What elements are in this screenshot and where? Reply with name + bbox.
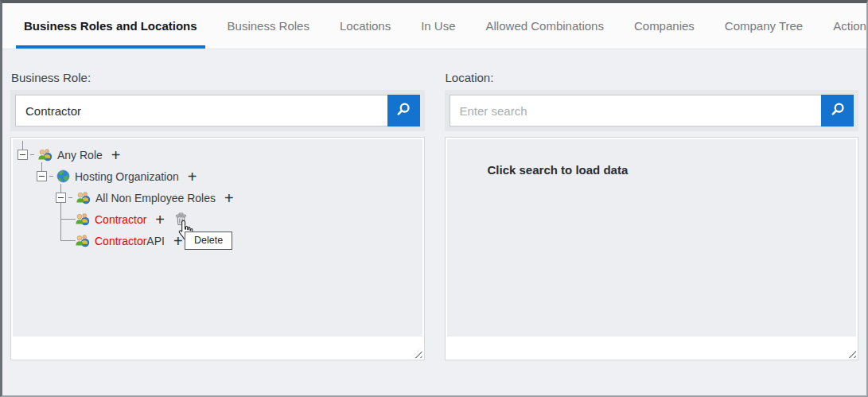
add-node-button[interactable]: + <box>155 212 165 227</box>
business-role-tree: Any Role+Hosting Organization+All Non Em… <box>13 139 422 337</box>
tab-company-tree[interactable]: Company Tree <box>717 3 811 49</box>
location-panel: Location: Click search to load data <box>445 71 859 395</box>
tree-connector <box>60 224 61 241</box>
tree-node: Contractor+Delete <box>18 208 422 230</box>
tab-business-roles[interactable]: Business Roles <box>220 3 317 49</box>
tab-actions[interactable]: Actions <box>825 3 868 49</box>
search-icon <box>395 102 411 120</box>
tree-connector <box>61 240 76 241</box>
resize-grip[interactable] <box>846 348 856 358</box>
expand-collapse-box[interactable] <box>37 171 47 181</box>
business-role-search-input[interactable] <box>15 95 387 126</box>
users-group-icon <box>76 191 91 204</box>
empty-state-message: Click search to load data <box>447 139 857 177</box>
tree-connector <box>41 162 42 171</box>
business-role-search-button[interactable] <box>387 95 420 126</box>
tree-node-label[interactable]: All Non Employee Roles <box>95 192 216 204</box>
tab-bar: Business Roles and LocationsBusiness Rol… <box>2 3 866 49</box>
add-node-button[interactable]: + <box>188 169 197 184</box>
tree-node-label[interactable]: Any Role <box>57 149 103 162</box>
tree-connector <box>60 202 61 220</box>
tree-node: Any Role+ <box>18 144 422 165</box>
globe-icon <box>56 169 70 183</box>
users-group-icon <box>75 234 90 247</box>
content-area: Business Role: Any Role+Hosting Organiza… <box>2 49 866 395</box>
business-role-panel: Business Role: Any Role+Hosting Organiza… <box>10 71 425 395</box>
tab-locations[interactable]: Locations <box>332 3 399 49</box>
resize-grip[interactable] <box>412 348 422 358</box>
tree-node: All Non Employee Roles+ <box>18 187 422 208</box>
add-node-button[interactable]: + <box>111 148 121 162</box>
tree-node-label[interactable]: ContractorAPI <box>95 235 165 247</box>
tree-connector <box>68 197 72 198</box>
panels-container: Business Role: Any Role+Hosting Organiza… <box>10 71 858 395</box>
search-icon <box>830 102 846 120</box>
tree-node-label[interactable]: Hosting Organization <box>75 170 179 183</box>
tab-allowed-combinations[interactable]: Allowed Combinations <box>478 3 612 49</box>
location-search-row <box>445 90 859 131</box>
tree-connector <box>60 184 61 193</box>
business-role-label: Business Role: <box>11 71 425 84</box>
location-label: Location: <box>446 71 859 84</box>
tab-companies[interactable]: Companies <box>626 3 703 49</box>
expand-collapse-box[interactable] <box>18 150 28 160</box>
location-search-input[interactable] <box>450 95 822 126</box>
business-role-tree-box: Any Role+Hosting Organization+All Non Em… <box>10 137 425 360</box>
business-role-search-row <box>10 90 425 131</box>
tree-connector <box>49 176 53 177</box>
add-node-button[interactable]: + <box>224 191 234 205</box>
tab-business-roles-and-locations[interactable]: Business Roles and Locations <box>16 3 205 49</box>
delete-tooltip: Delete <box>185 232 232 250</box>
add-node-button[interactable]: + <box>173 234 183 248</box>
tab-in-use[interactable]: In Use <box>413 3 463 49</box>
location-empty-area: Click search to load data <box>447 139 857 337</box>
location-search-button[interactable] <box>821 95 854 126</box>
delete-node-button[interactable]: Delete <box>175 212 187 226</box>
location-result-box: Click search to load data <box>445 137 859 360</box>
tree-node-label[interactable]: Contractor <box>95 213 146 226</box>
tree-node: Hosting Organization+ <box>18 165 422 187</box>
tree-connector <box>22 141 23 150</box>
users-group-icon <box>37 148 53 162</box>
users-group-icon <box>75 212 90 226</box>
tree-connector <box>61 219 76 220</box>
app-window: Business Roles and LocationsBusiness Rol… <box>0 0 868 397</box>
tree-connector <box>30 154 34 155</box>
